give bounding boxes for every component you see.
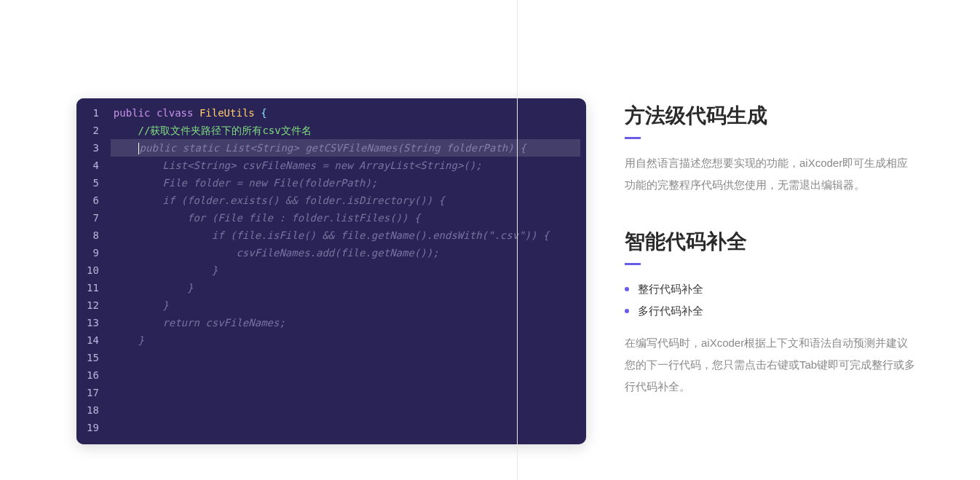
code-token: } — [212, 264, 218, 276]
code-area[interactable]: public clvass FileUtils { //获取文件夹路径下的所有c… — [106, 98, 586, 444]
section-title: 方法级代码生成 — [625, 102, 916, 130]
code-line[interactable]: List<String> csvFileNames = new ArrayLis… — [111, 157, 580, 174]
line-number: 16 — [87, 366, 99, 384]
code-line[interactable] — [111, 349, 580, 366]
line-number: 3 — [87, 139, 99, 157]
right-panel: 方法级代码生成 用自然语言描述您想要实现的功能，aiXcoder即可生成相应功能… — [625, 102, 916, 430]
vertical-divider — [517, 0, 518, 480]
code-token: public static List<String> getCSVFileNam… — [140, 142, 526, 154]
code-token: { — [261, 107, 266, 119]
line-number: 8 — [87, 227, 99, 244]
code-line[interactable] — [111, 366, 580, 384]
code-token: clvass — [157, 107, 194, 119]
code-line[interactable]: } — [111, 279, 580, 296]
line-number: 5 — [87, 174, 99, 192]
code-token: public — [114, 107, 151, 119]
line-number: 14 — [87, 331, 99, 349]
code-line[interactable]: if (file.isFile() && file.getName().ends… — [111, 227, 580, 244]
section-codegen: 方法级代码生成 用自然语言描述您想要实现的功能，aiXcoder即可生成相应功能… — [625, 102, 916, 196]
line-number: 1 — [87, 104, 99, 122]
code-token — [193, 107, 199, 119]
code-token — [255, 107, 261, 119]
line-number: 15 — [87, 349, 99, 366]
line-number-gutter: 12345678910111213141516171819 — [76, 98, 106, 444]
code-line[interactable]: public static List<String> getCSVFileNam… — [111, 139, 580, 157]
line-number: 2 — [87, 122, 99, 139]
line-number: 18 — [87, 401, 99, 419]
section-completion: 智能代码补全 整行代码补全多行代码补全 在编写代码时，aiXcoder根据上下文… — [625, 228, 916, 398]
line-number: 11 — [87, 279, 99, 296]
code-token: } — [162, 299, 168, 311]
code-line[interactable]: for (File file : folder.listFiles()) { — [111, 209, 580, 227]
bullet-item: 多行代码补全 — [625, 300, 916, 322]
code-editor[interactable]: 12345678910111213141516171819 public clv… — [76, 98, 586, 444]
line-number: 19 — [87, 419, 99, 436]
line-number: 4 — [87, 157, 99, 174]
code-token: return csvFileNames; — [162, 317, 285, 328]
section-desc: 用自然语言描述您想要实现的功能，aiXcoder即可生成相应功能的完整程序代码供… — [625, 152, 916, 196]
section-title: 智能代码补全 — [625, 228, 916, 256]
bullet-list: 整行代码补全多行代码补全 — [625, 278, 916, 322]
code-line[interactable]: } — [111, 331, 580, 349]
line-number: 17 — [87, 384, 99, 401]
code-line[interactable] — [111, 419, 580, 436]
line-number: 7 — [87, 209, 99, 227]
text-cursor — [138, 143, 139, 154]
code-token: File folder = new File(folderPath); — [162, 177, 377, 189]
code-line[interactable]: return csvFileNames; — [111, 314, 580, 331]
code-token: csvFileNames.add(file.getName()); — [236, 247, 438, 259]
code-token: if (file.isFile() && file.getName().ends… — [212, 229, 550, 241]
line-number: 6 — [87, 192, 99, 209]
code-token: } — [138, 334, 144, 346]
code-line[interactable]: //获取文件夹路径下的所有csv文件名 — [111, 122, 580, 139]
code-token: List<String> csvFileNames = new ArrayLis… — [162, 160, 481, 171]
code-token: FileUtils — [199, 107, 255, 119]
code-token — [150, 107, 156, 119]
section-desc: 在编写代码时，aiXcoder根据上下文和语法自动预测并建议您的下一行代码，您只… — [625, 332, 916, 398]
code-token: } — [187, 282, 193, 294]
code-line[interactable]: public clvass FileUtils { — [111, 104, 580, 122]
line-number: 12 — [87, 296, 99, 314]
code-token: //获取文件夹路径下的所有csv文件名 — [138, 125, 312, 136]
code-line[interactable]: } — [111, 296, 580, 314]
line-number: 13 — [87, 314, 99, 331]
code-line[interactable]: csvFileNames.add(file.getName()); — [111, 244, 580, 261]
line-number: 9 — [87, 244, 99, 261]
code-line[interactable] — [111, 401, 580, 419]
page-container: 12345678910111213141516171819 public clv… — [0, 0, 980, 480]
code-line[interactable]: if (folder.exists() && folder.isDirector… — [111, 192, 580, 209]
left-panel: 12345678910111213141516171819 public clv… — [0, 0, 524, 480]
title-underline — [625, 137, 641, 139]
code-line[interactable]: File folder = new File(folderPath); — [111, 174, 580, 192]
code-token: for (File file : folder.listFiles()) { — [187, 212, 420, 224]
code-line[interactable]: } — [111, 261, 580, 279]
code-token: if (folder.exists() && folder.isDirector… — [162, 194, 445, 206]
title-underline — [625, 263, 641, 265]
line-number: 10 — [87, 261, 99, 279]
code-line[interactable] — [111, 384, 580, 401]
bullet-item: 整行代码补全 — [625, 278, 916, 300]
